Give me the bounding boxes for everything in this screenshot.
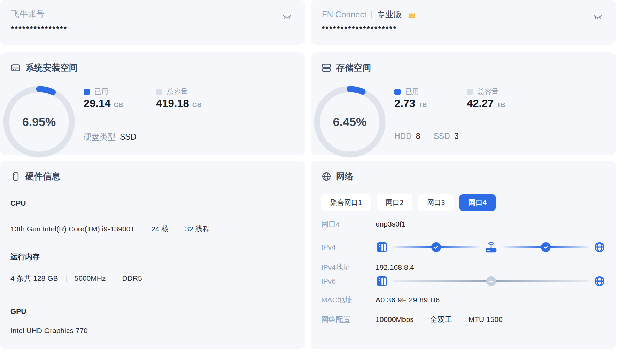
nas-icon — [376, 241, 388, 254]
connected-check-icon — [541, 242, 551, 252]
system-usage-percent: 6.95% — [2, 85, 76, 158]
total-value: 419.18 GB — [156, 97, 202, 110]
ipv4-connectivity-diagram — [376, 240, 605, 254]
mtu-value: MTU 1500 — [469, 315, 503, 324]
device-icon — [10, 171, 21, 182]
divider — [177, 225, 177, 233]
memory-summary: 4 条共 128 GB — [10, 274, 58, 283]
port-tabs: 聚合网口1 网口2 网口3 网口4 — [321, 194, 496, 211]
system-space-title: 系统安装空间 — [10, 62, 78, 73]
hardware-info-card: 硬件信息 CPU 13th Gen Intel(R) Core(TM) i9-1… — [0, 161, 305, 349]
ipv4-status-row: IPv4 — [321, 240, 605, 254]
system-space-card: 系统安装空间 6.95% 已用 29.14 GB 总容量 419.18 GB 硬… — [0, 52, 305, 155]
plan-label: 专业版 — [377, 9, 402, 20]
total-legend: 总容量 — [156, 87, 188, 96]
duplex-mode: 全双工 — [430, 315, 452, 324]
crown-icon — [407, 10, 417, 19]
divider — [114, 275, 114, 282]
nas-icon — [376, 275, 388, 288]
fn-connect-masked-value: ******************** — [322, 25, 397, 33]
memory-type: DDR5 — [122, 274, 142, 283]
fn-connect-header: FN Connect 专业版 — [322, 9, 417, 20]
eye-closed-icon[interactable] — [281, 10, 293, 23]
tab-port-3[interactable]: 网口3 — [418, 194, 454, 211]
cpu-heading: CPU — [10, 199, 26, 207]
mac-address-row: MAC地址 A0:36:9F:29:89:D6 — [321, 293, 605, 307]
total-value: 42.27 TB — [467, 97, 505, 110]
mac-address: A0:36:9F:29:89:D6 — [376, 296, 440, 304]
used-value: 29.14 GB — [84, 97, 123, 110]
router-icon — [484, 240, 498, 254]
ipv4-address-row: IPv4地址 192.168.8.4 — [321, 260, 605, 274]
gpu-model: Intel UHD Graphics 770 — [10, 326, 88, 335]
ipv4-address: 192.168.8.4 — [376, 263, 414, 271]
connected-check-icon — [431, 242, 441, 252]
gpu-info-row: Intel UHD Graphics 770 — [10, 326, 88, 335]
eye-closed-icon[interactable] — [591, 10, 604, 23]
account-label: 飞牛账号 — [11, 8, 45, 19]
divider — [460, 316, 460, 323]
total-swatch — [156, 89, 162, 95]
port-name-row: 网口4 enp3s0f1 — [321, 217, 605, 231]
tab-port-4[interactable]: 网口4 — [459, 194, 495, 211]
used-legend: 已用 — [394, 87, 419, 96]
account-card: 飞牛账号 *************** — [0, 0, 305, 45]
gpu-heading: GPU — [10, 307, 26, 316]
disconnected-dot-icon — [486, 276, 496, 286]
storage-usage-donut: 6.45% — [313, 85, 386, 158]
hard-drive-icon — [10, 63, 21, 73]
cpu-info-row: 13th Gen Intel(R) Core(TM) i9-13900T 24 … — [10, 224, 210, 234]
memory-info-row: 4 条共 128 GB 5600MHz DDR5 — [10, 274, 142, 283]
hardware-info-title: 硬件信息 — [10, 171, 60, 182]
storage-space-title: 存储空间 — [321, 62, 371, 73]
network-card: 网络 聚合网口1 网口2 网口3 网口4 网口4 enp3s0f1 IPv4 — [311, 161, 616, 349]
divider — [66, 275, 67, 282]
account-masked-value: *************** — [11, 25, 68, 33]
link-segment — [503, 246, 589, 248]
cpu-model: 13th Gen Intel(R) Core(TM) i9-13900T — [10, 225, 135, 233]
tab-port-2[interactable]: 网口2 — [377, 194, 412, 211]
used-swatch — [84, 89, 90, 95]
divider — [371, 11, 372, 18]
dashboard-page: 飞牛账号 *************** FN Connect 专业版 *** — [0, 0, 627, 364]
internet-globe-icon — [594, 275, 605, 287]
storage-usage-percent: 6.45% — [313, 85, 386, 158]
used-value: 2.73 TB — [394, 97, 427, 110]
fn-connect-brand: FN Connect — [322, 10, 366, 19]
globe-icon — [321, 171, 332, 182]
total-swatch — [467, 89, 473, 95]
used-legend: 已用 — [84, 87, 108, 96]
ipv6-connectivity-diagram — [376, 275, 605, 288]
total-legend: 总容量 — [467, 87, 498, 96]
ipv6-status-row: IPv6 — [321, 274, 605, 288]
disk-type-row: 硬盘类型 SSD — [84, 132, 136, 142]
network-title: 网络 — [321, 171, 354, 182]
memory-speed: 5600MHz — [75, 274, 106, 283]
link-segment — [393, 280, 589, 282]
storage-stack-icon — [321, 63, 332, 73]
link-speed: 10000Mbps — [376, 315, 414, 324]
fn-connect-card: FN Connect 专业版 ******************** — [311, 0, 616, 45]
storage-space-card: 存储空间 6.45% 已用 2.73 TB 总容量 42.27 TB HDD 8 — [311, 52, 616, 155]
system-usage-donut: 6.95% — [2, 85, 76, 158]
network-config-row: 网络配置 10000Mbps 全双工 MTU 1500 — [321, 312, 605, 326]
cpu-threads: 32 线程 — [185, 224, 210, 234]
internet-globe-icon — [594, 241, 605, 253]
link-segment — [393, 246, 480, 248]
divider — [143, 225, 143, 233]
tab-aggregate-port-1[interactable]: 聚合网口1 — [321, 194, 371, 211]
cpu-cores: 24 核 — [151, 224, 169, 234]
port-interface-name: enp3s0f1 — [376, 220, 405, 228]
used-swatch — [394, 89, 401, 95]
divider — [422, 316, 422, 323]
disk-count-row: HDD 8 SSD 3 — [394, 132, 459, 141]
memory-heading: 运行内存 — [10, 252, 40, 262]
